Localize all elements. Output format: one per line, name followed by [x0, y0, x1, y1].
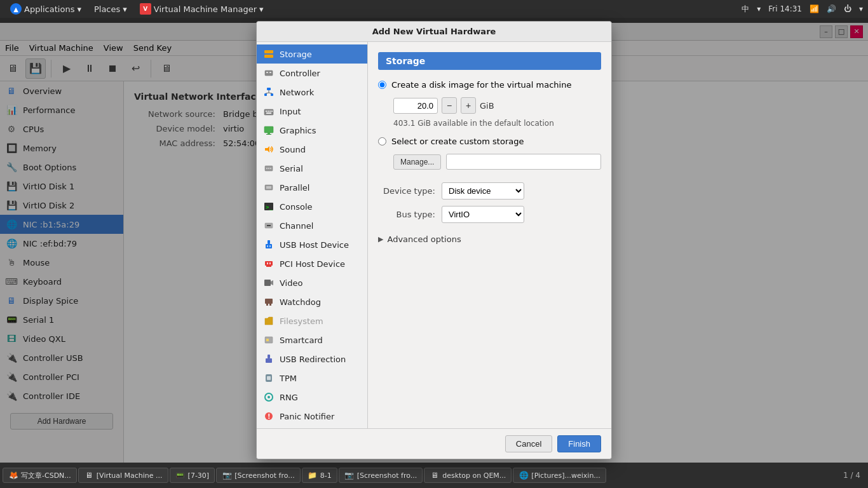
- modal-sidebar-controller[interactable]: Controller: [257, 64, 367, 83]
- smartcard-icon: [263, 334, 275, 346]
- power-chevron: ▾: [859, 4, 863, 13]
- device-type-select[interactable]: Disk device CD/DVD device Floppy device: [442, 182, 524, 200]
- svg-rect-2: [265, 71, 273, 76]
- svg-rect-35: [269, 245, 271, 247]
- places-menu[interactable]: Places ▾: [89, 3, 132, 15]
- svg-rect-3: [266, 72, 268, 73]
- modal-sidebar: Storage Controller Network: [257, 42, 368, 428]
- virt-manager-menu[interactable]: V Virtual Machine Manager ▾: [135, 2, 269, 16]
- modal-sidebar-tpm[interactable]: TPM: [257, 369, 367, 388]
- modal-sidebar-sound[interactable]: Sound: [257, 140, 367, 159]
- taskbar-pics[interactable]: 🌐 [Pictures]...weixin...: [513, 468, 606, 483]
- taskbar-virt2[interactable]: 🖥 desktop on QEM...: [424, 468, 512, 483]
- modal-label-channel: Channel: [280, 221, 313, 231]
- modal-main-content: Storage Create a disk image for the virt…: [368, 42, 611, 428]
- modal-sidebar-parallel[interactable]: Parallel: [257, 178, 367, 197]
- modal-sidebar-channel[interactable]: Channel: [257, 216, 367, 235]
- wifi-icon: 📶: [810, 4, 819, 13]
- svg-point-22: [266, 168, 268, 169]
- svg-rect-33: [266, 244, 272, 248]
- modal-sidebar-storage[interactable]: Storage: [257, 44, 367, 64]
- svg-rect-5: [267, 88, 271, 90]
- taskbar-firefox[interactable]: 🦊 写文章-CSDN...: [3, 468, 77, 483]
- custom-storage-label[interactable]: Select or create custom storage: [391, 137, 524, 146]
- manage-button[interactable]: Manage...: [393, 154, 441, 170]
- top-panel-right: 中 ▾ Fri 14:31 📶 🔊 ⏻ ▾: [742, 4, 863, 15]
- svg-rect-6: [264, 93, 267, 96]
- modal-sidebar-panic-notifier[interactable]: ! Panic Notifier: [257, 407, 367, 426]
- modal-sidebar-serial[interactable]: Serial: [257, 159, 367, 178]
- taskbar-shot1-label: [Screenshot fro...: [234, 471, 295, 480]
- taskbar-file[interactable]: 📁 8-1: [302, 468, 337, 483]
- svg-rect-32: [268, 240, 270, 244]
- power-icon[interactable]: ⏻: [844, 4, 851, 13]
- taskbar-pics-icon: 🌐: [519, 470, 529, 480]
- modal-sidebar-filesystem: Filesystem: [257, 311, 367, 330]
- controller-icon: [263, 67, 275, 79]
- svg-text:>_: >_: [266, 204, 273, 210]
- apps-chevron: ▾: [77, 4, 81, 14]
- radio-custom-storage[interactable]: [378, 137, 386, 146]
- custom-storage-input[interactable]: [446, 154, 601, 170]
- svg-rect-19: [266, 134, 271, 135]
- usb-redir-icon: [263, 353, 275, 365]
- svg-rect-36: [265, 261, 273, 266]
- create-disk-label[interactable]: Create a disk image for the virtual mach…: [391, 80, 571, 90]
- modal-sidebar-watchdog[interactable]: Watchdog: [257, 292, 367, 311]
- modal-sidebar-smartcard[interactable]: Smartcard: [257, 330, 367, 349]
- disk-size-increase-btn[interactable]: +: [461, 97, 476, 114]
- modal-sidebar-video[interactable]: Video: [257, 273, 367, 292]
- taskbar-term[interactable]: 📟 [7-30]: [170, 468, 215, 483]
- places-chevron: ▾: [123, 4, 127, 14]
- advanced-triangle-icon: ▶: [378, 235, 383, 243]
- virt-icon: V: [140, 3, 151, 15]
- bus-type-form-label: Bus type:: [378, 210, 442, 219]
- bus-type-select[interactable]: VirtIO IDE SATA SCSI: [442, 206, 524, 223]
- modal-sidebar-pci-host-device[interactable]: PCI Host Device: [257, 254, 367, 273]
- ime-indicator[interactable]: 中: [742, 4, 749, 15]
- modal-sidebar-graphics[interactable]: Graphics: [257, 121, 367, 140]
- taskbar-shot2[interactable]: 📷 [Screenshot fro...: [339, 468, 423, 483]
- svg-rect-16: [266, 112, 271, 114]
- svg-rect-14: [269, 111, 271, 112]
- modal-label-parallel: Parallel: [280, 183, 309, 193]
- modal-section-header: Storage: [378, 52, 601, 70]
- radio-create-disk[interactable]: [378, 81, 386, 89]
- modal-sidebar-rng[interactable]: RNG: [257, 388, 367, 407]
- svg-rect-0: [264, 50, 273, 53]
- taskbar-virt1[interactable]: 🖥 [Virtual Machine ...: [78, 468, 168, 483]
- applications-menu[interactable]: ▲ Applications ▾: [5, 2, 86, 16]
- modal-sidebar-usb-redirection[interactable]: USB Redirection: [257, 349, 367, 369]
- console-icon: >_: [263, 201, 275, 212]
- disk-size-row: − + GiB: [378, 97, 601, 114]
- disk-size-input[interactable]: [393, 98, 438, 114]
- clock: Fri 14:31: [768, 4, 802, 13]
- svg-line-10: [269, 93, 272, 93]
- taskbar-file-label: 8-1: [320, 471, 332, 480]
- taskbar-virt1-icon: 🖥: [84, 470, 94, 480]
- taskbar-shot1[interactable]: 📷 [Screenshot fro...: [216, 468, 301, 483]
- applications-label: Applications: [24, 4, 74, 14]
- modal-label-controller: Controller: [280, 69, 320, 78]
- taskbar-shot2-label: [Screenshot fro...: [357, 471, 417, 480]
- svg-rect-12: [266, 111, 267, 112]
- storage-icon: [263, 48, 275, 60]
- manage-row: Manage...: [378, 154, 601, 170]
- modal-cancel-button[interactable]: Cancel: [505, 435, 552, 452]
- svg-rect-15: [271, 111, 273, 112]
- custom-storage-row-radio: Select or create custom storage: [378, 137, 601, 146]
- modal-sidebar-network[interactable]: Network: [257, 83, 367, 102]
- modal-sidebar-input[interactable]: Input: [257, 102, 367, 121]
- serial-icon: [263, 163, 275, 174]
- svg-rect-13: [268, 111, 269, 112]
- modal-finish-button[interactable]: Finish: [557, 435, 601, 452]
- modal-sidebar-console[interactable]: >_ Console: [257, 197, 367, 216]
- modal-label-graphics: Graphics: [280, 126, 316, 135]
- advanced-options-toggle[interactable]: ▶ Advanced options: [378, 234, 601, 244]
- usb-host-icon: [263, 239, 275, 250]
- svg-rect-25: [265, 185, 273, 190]
- modal-label-storage: Storage: [280, 50, 312, 59]
- modal-sidebar-usb-host-device[interactable]: USB Host Device: [257, 235, 367, 254]
- taskbar-firefox-icon: 🦊: [8, 470, 18, 480]
- disk-size-decrease-btn[interactable]: −: [442, 97, 457, 114]
